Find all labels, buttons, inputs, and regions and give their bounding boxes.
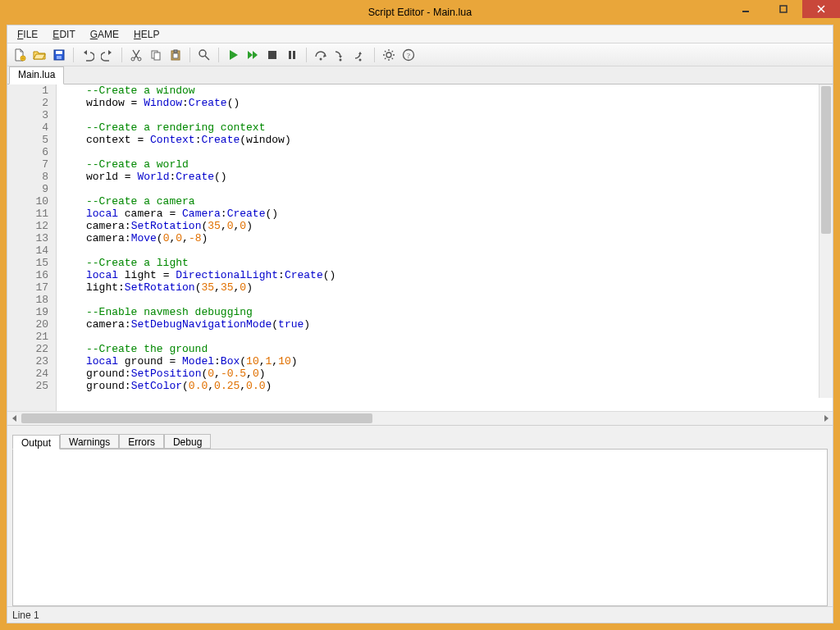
scroll-right-button[interactable] [819, 412, 833, 426]
vertical-scrollbar[interactable] [819, 84, 833, 398]
menu-edit[interactable]: EDIT [46, 27, 81, 42]
horizontal-scroll-track[interactable] [21, 412, 819, 425]
code-line[interactable]: 20camera:SetDebugNavigationMode(true) [7, 318, 821, 331]
line-number: 24 [7, 368, 53, 380]
step-out-button[interactable] [351, 46, 369, 64]
line-number: 10 [7, 195, 53, 208]
open-file-icon [33, 48, 46, 62]
step-over-icon [314, 48, 327, 62]
horizontal-scrollbar-thumb[interactable] [21, 413, 372, 423]
code-text[interactable]: light:SetRotation(35,35,0) [53, 281, 253, 294]
code-line[interactable]: 2window = Window:Create() [7, 97, 821, 109]
output-panel[interactable] [12, 449, 828, 606]
code-line[interactable]: 15--Create a light [7, 257, 821, 269]
find-icon [198, 48, 211, 62]
code-line[interactable]: 22--Create the ground [7, 343, 821, 355]
menu-help[interactable]: HELP [127, 27, 166, 42]
code-line[interactable]: 18 [7, 294, 821, 306]
code-text[interactable]: ground:SetPosition(0,-0.5,0) [53, 368, 266, 380]
code-line[interactable]: 23local ground = Model:Box(10,1,10) [7, 355, 821, 368]
menu-edit-rest: DIT [59, 29, 75, 40]
file-tab-strip: Main.lua [7, 66, 833, 84]
file-tab-main[interactable]: Main.lua [9, 66, 64, 84]
lower-tab-warnings[interactable]: Warnings [60, 434, 119, 449]
code-line[interactable]: 16local light = DirectionalLight:Create(… [7, 269, 821, 281]
menu-game-underline: G [90, 29, 98, 40]
code-text[interactable]: local ground = Model:Box(10,1,10) [53, 355, 298, 368]
code-line[interactable]: 3 [7, 109, 821, 121]
settings-button[interactable] [380, 46, 398, 64]
code-line[interactable]: 10--Create a camera [7, 195, 821, 208]
code-line[interactable]: 17light:SetRotation(35,35,0) [7, 281, 821, 294]
code-text[interactable]: camera:SetDebugNavigationMode(true) [53, 318, 310, 331]
menu-file[interactable]: FILE [11, 27, 44, 42]
code-line[interactable]: 6 [7, 146, 821, 158]
code-text[interactable]: --Create a window [53, 84, 195, 97]
step-over-button[interactable] [312, 46, 330, 64]
paste-button[interactable] [167, 46, 185, 64]
run-button[interactable] [224, 46, 242, 64]
open-file-button[interactable] [30, 46, 48, 64]
step-into-button[interactable] [331, 46, 349, 64]
line-number: 3 [7, 109, 53, 121]
code-text[interactable]: context = Context:Create(window) [53, 134, 291, 146]
undo-button[interactable] [79, 46, 97, 64]
line-number: 22 [7, 343, 53, 355]
code-text[interactable]: --Create the ground [53, 343, 208, 355]
cut-button[interactable] [127, 46, 145, 64]
code-line[interactable]: 25ground:SetColor(0.0,0.25,0.0) [7, 380, 821, 392]
code-text[interactable]: ground:SetColor(0.0,0.25,0.0) [53, 380, 272, 392]
new-file-button[interactable] [11, 46, 29, 64]
code-text[interactable]: local camera = Camera:Create() [53, 208, 278, 220]
code-lines[interactable]: 1--Create a window2window = Window:Creat… [7, 84, 821, 392]
vertical-scrollbar-thumb[interactable] [821, 86, 831, 234]
copy-button[interactable] [147, 46, 165, 64]
stop-button[interactable] [263, 46, 281, 64]
help-button[interactable]: ? [399, 46, 418, 64]
code-text[interactable]: window = Window:Create() [53, 97, 240, 109]
title-bar[interactable]: Script Editor - Main.lua [0, 0, 840, 25]
maximize-button[interactable] [765, 0, 802, 18]
code-line[interactable]: 12camera:SetRotation(35,0,0) [7, 220, 821, 232]
code-line[interactable]: 24ground:SetPosition(0,-0.5,0) [7, 368, 821, 380]
code-text[interactable]: --Create a rendering context [53, 121, 265, 134]
minimize-button[interactable] [727, 0, 765, 18]
lower-tab-errors[interactable]: Errors [119, 434, 164, 449]
line-number: 4 [7, 121, 53, 134]
code-line[interactable]: 8world = World:Create() [7, 171, 821, 183]
close-button[interactable] [802, 0, 840, 18]
code-line[interactable]: 7--Create a world [7, 158, 821, 171]
code-line[interactable]: 19--Enable navmesh debugging [7, 306, 821, 318]
run-fast-button[interactable] [244, 46, 262, 64]
editor-viewport[interactable]: 1--Create a window2window = Window:Creat… [7, 84, 833, 411]
code-line[interactable]: 4--Create a rendering context [7, 121, 821, 134]
code-text[interactable]: world = World:Create() [53, 171, 227, 183]
code-line[interactable]: 5context = Context:Create(window) [7, 134, 821, 146]
code-text[interactable]: --Create a camera [53, 195, 195, 208]
code-text[interactable]: camera:Move(0,0,-8) [53, 232, 208, 244]
code-line[interactable]: 1--Create a window [7, 84, 821, 97]
code-text[interactable]: local light = DirectionalLight:Create() [53, 269, 336, 281]
redo-icon [101, 48, 114, 62]
svg-rect-15 [289, 51, 291, 59]
menu-game[interactable]: GAME [84, 27, 126, 42]
code-text[interactable]: --Create a world [53, 158, 189, 171]
code-line[interactable]: 11local camera = Camera:Create() [7, 208, 821, 220]
code-line[interactable]: 13camera:Move(0,0,-8) [7, 232, 821, 244]
horizontal-scrollbar[interactable] [7, 411, 833, 425]
line-number: 23 [7, 355, 53, 368]
svg-point-19 [359, 58, 362, 61]
lower-tab-output[interactable]: Output [12, 435, 60, 450]
code-line[interactable]: 9 [7, 183, 821, 195]
code-text[interactable]: --Create a light [53, 257, 189, 269]
code-text[interactable]: camera:SetRotation(35,0,0) [53, 220, 253, 232]
code-line[interactable]: 21 [7, 331, 821, 343]
scroll-left-button[interactable] [7, 412, 21, 426]
lower-tab-debug[interactable]: Debug [164, 434, 211, 449]
find-button[interactable] [195, 46, 213, 64]
code-line[interactable]: 14 [7, 244, 821, 257]
code-text[interactable]: --Enable navmesh debugging [53, 306, 253, 318]
redo-button[interactable] [98, 46, 116, 64]
save-button[interactable] [50, 46, 68, 64]
pause-button[interactable] [283, 46, 301, 64]
